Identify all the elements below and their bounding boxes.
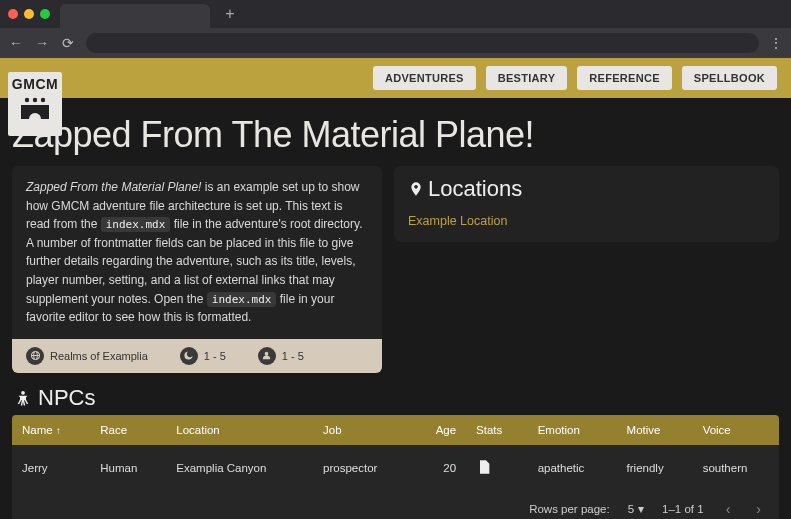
page-content: Zapped From The Material Plane! Zapped F…: [0, 98, 791, 519]
description-body: Zapped From the Material Plane! is an ex…: [12, 166, 382, 339]
location-link[interactable]: Example Location: [408, 214, 765, 228]
browser-toolbar: ← → ⟳ ⋮: [0, 28, 791, 58]
globe-icon: [26, 347, 44, 365]
logo-text: GMCM: [8, 76, 62, 92]
browser-tab[interactable]: [60, 4, 210, 28]
person-icon: [14, 389, 32, 407]
description-emphasis: Zapped From the Material Plane!: [26, 180, 201, 194]
back-button[interactable]: ←: [8, 35, 24, 51]
col-motive[interactable]: Motive: [617, 415, 693, 445]
locations-card: Locations Example Location: [394, 166, 779, 242]
tab-strip: +: [0, 0, 791, 28]
col-emotion[interactable]: Emotion: [528, 415, 617, 445]
cell-race: Human: [90, 445, 166, 491]
chevron-down-icon: ▾: [638, 502, 644, 516]
sort-asc-icon: ↑: [56, 425, 61, 436]
cell-motive: friendly: [617, 445, 693, 491]
logo[interactable]: GMCM: [8, 72, 62, 136]
description-footer: Realms of Examplia 1 - 5 1 - 5: [12, 339, 382, 373]
svg-point-2: [41, 98, 45, 102]
nav-spellbook[interactable]: SPELLBOOK: [682, 66, 777, 90]
npcs-heading-text: NPCs: [38, 385, 95, 411]
forward-button[interactable]: →: [34, 35, 50, 51]
npcs-table: Name↑ Race Location Job Age Stats Emotio…: [12, 415, 779, 519]
col-name[interactable]: Name↑: [12, 415, 90, 445]
col-age[interactable]: Age: [412, 415, 466, 445]
col-job[interactable]: Job: [313, 415, 412, 445]
cell-voice: southern: [693, 445, 779, 491]
table-pagination: Rows per page: 5 ▾ 1–1 of 1 ‹ ›: [12, 491, 779, 519]
app-header: GMCM ADVENTURES BESTIARY REFERENCE SPELL…: [0, 58, 791, 98]
svg-point-0: [25, 98, 29, 102]
page-title: Zapped From The Material Plane!: [12, 114, 779, 156]
levels-badge: 1 - 5: [180, 347, 226, 365]
rows-per-page-select[interactable]: 5 ▾: [628, 502, 644, 516]
nav-adventures[interactable]: ADVENTURES: [373, 66, 476, 90]
moon-icon: [180, 347, 198, 365]
players-label: 1 - 5: [282, 350, 304, 362]
stats-document-icon[interactable]: [476, 459, 492, 475]
maximize-window-button[interactable]: [40, 9, 50, 19]
table-row[interactable]: Jerry Human Examplia Canyon prospector 2…: [12, 445, 779, 491]
players-badge: 1 - 5: [258, 347, 304, 365]
nav-reference[interactable]: REFERENCE: [577, 66, 672, 90]
code-index-mdx: index.mdx: [101, 217, 171, 232]
table-header-row: Name↑ Race Location Job Age Stats Emotio…: [12, 415, 779, 445]
browser-chrome: + ← → ⟳ ⋮: [0, 0, 791, 58]
window-controls: [8, 9, 50, 19]
col-race[interactable]: Race: [90, 415, 166, 445]
locations-heading: Locations: [408, 176, 765, 202]
reload-button[interactable]: ⟳: [60, 35, 76, 51]
nav-links: ADVENTURES BESTIARY REFERENCE SPELLBOOK: [373, 66, 777, 90]
locations-heading-text: Locations: [428, 176, 522, 202]
cell-emotion: apathetic: [528, 445, 617, 491]
prev-page-button[interactable]: ‹: [722, 501, 735, 517]
cell-age: 20: [412, 445, 466, 491]
cell-name: Jerry: [12, 445, 90, 491]
levels-label: 1 - 5: [204, 350, 226, 362]
players-icon: [258, 347, 276, 365]
minimize-window-button[interactable]: [24, 9, 34, 19]
col-voice[interactable]: Voice: [693, 415, 779, 445]
cell-stats: [466, 445, 528, 491]
svg-point-1: [33, 98, 37, 102]
col-stats[interactable]: Stats: [466, 415, 528, 445]
next-page-button[interactable]: ›: [752, 501, 765, 517]
npcs-heading: NPCs: [14, 385, 779, 411]
page-range: 1–1 of 1: [662, 503, 704, 515]
svg-point-4: [21, 391, 25, 395]
cell-job: prospector: [313, 445, 412, 491]
nav-bestiary[interactable]: BESTIARY: [486, 66, 568, 90]
castle-icon: [18, 96, 52, 124]
close-window-button[interactable]: [8, 9, 18, 19]
cell-location: Examplia Canyon: [166, 445, 313, 491]
url-bar[interactable]: [86, 33, 759, 53]
col-location[interactable]: Location: [166, 415, 313, 445]
pin-icon: [408, 179, 424, 199]
setting-badge: Realms of Examplia: [26, 347, 148, 365]
rows-per-page-label: Rows per page:: [529, 503, 610, 515]
setting-label: Realms of Examplia: [50, 350, 148, 362]
description-card: Zapped From the Material Plane! is an ex…: [12, 166, 382, 373]
browser-menu-button[interactable]: ⋮: [769, 35, 783, 51]
code-index-mdx: index.mdx: [207, 292, 277, 307]
new-tab-button[interactable]: +: [220, 4, 240, 24]
